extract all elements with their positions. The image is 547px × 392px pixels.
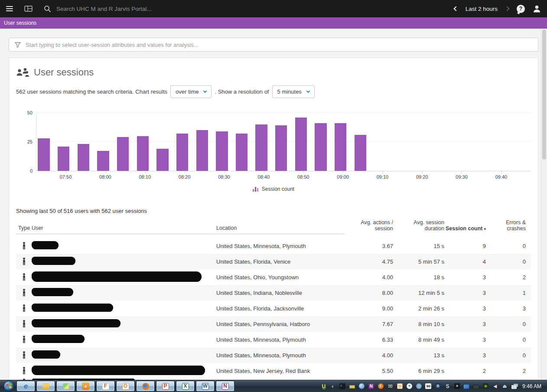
chart-bar[interactable] <box>38 138 49 171</box>
table-row[interactable]: United States, Florida, Venice 4.75 5 mi… <box>16 254 531 269</box>
redacted-user-name[interactable] <box>32 288 73 296</box>
redacted-user-name[interactable] <box>32 257 75 265</box>
internet-explorer-icon[interactable]: e <box>16 381 35 392</box>
global-search-input[interactable]: Search UHC M and R Jarvis Portal... <box>44 5 152 13</box>
table-row[interactable]: United States, Ohio, Youngstown 4.00 18 … <box>16 269 531 285</box>
start-button[interactable] <box>3 381 14 392</box>
redacted-user-name[interactable] <box>32 272 202 281</box>
menu-icon[interactable] <box>6 6 13 11</box>
user-cell <box>32 288 216 297</box>
word-icon[interactable]: W <box>196 381 215 392</box>
x-axis-label: 07:50 <box>60 174 72 180</box>
dashboard-icon[interactable] <box>24 6 33 12</box>
session-count-cell: 3 <box>444 305 486 312</box>
resolution-select[interactable]: 5 minutes <box>272 85 315 98</box>
table-row[interactable]: United States, New Jersey, Red Bank 5.50… <box>16 363 531 379</box>
table-row[interactable]: United States, Minnesota, Plymouth 4.00 … <box>16 347 531 363</box>
taskbar-clock[interactable]: 9:46 AM <box>522 383 541 389</box>
column-header-session-count[interactable]: Session count▾ <box>444 225 486 234</box>
table-row[interactable]: United States, Minnesota, Plymouth 3.67 … <box>16 238 531 254</box>
table-row[interactable]: United States, Pennsylvania, Hatboro 7.6… <box>16 316 531 332</box>
chart-bar[interactable] <box>216 131 228 171</box>
user-type-cell <box>16 289 32 297</box>
column-header-avg-actions[interactable]: Avg. actions / session <box>345 219 393 234</box>
page-scrollbar[interactable] <box>541 29 547 380</box>
orange-app-icon[interactable]: ◕ <box>76 381 95 392</box>
scrollbar-thumb[interactable] <box>542 29 546 160</box>
column-header-user[interactable]: User <box>32 225 216 234</box>
stream-icon[interactable]: » <box>454 382 460 390</box>
redacted-user-name[interactable] <box>32 335 85 343</box>
help-icon[interactable]: ? <box>517 5 525 13</box>
chart-bar[interactable] <box>355 135 366 171</box>
remote-pc-icon[interactable] <box>463 382 470 390</box>
column-header-location[interactable]: Location <box>216 225 345 234</box>
sticky-notes-icon[interactable] <box>56 381 75 392</box>
column-header-type[interactable]: Type <box>16 225 32 234</box>
chart-bar[interactable] <box>97 151 109 171</box>
column-header-avg-duration[interactable]: Avg. session duration <box>393 219 444 234</box>
chart-bar[interactable] <box>196 130 208 171</box>
x-axis-label: 09:30 <box>456 174 468 180</box>
monitor-icon[interactable] <box>473 382 479 390</box>
s-tray-icon[interactable]: S <box>444 382 451 390</box>
redacted-user-name[interactable] <box>32 351 60 358</box>
chart-bar[interactable] <box>275 125 287 171</box>
timeframe-back-icon[interactable] <box>453 6 458 11</box>
f-orange-tray-icon[interactable]: F <box>378 382 384 390</box>
chart-bar[interactable] <box>78 144 89 171</box>
safely-remove-icon[interactable]: ⏏ <box>501 382 508 390</box>
onenote-tray-icon[interactable]: N <box>368 382 374 390</box>
outlook-icon[interactable]: O <box>116 381 135 392</box>
chart-bar[interactable] <box>137 136 149 171</box>
table-row[interactable]: United States, Florida, Jacksonville 9.0… <box>16 301 531 316</box>
flash-icon[interactable]: ⚡ <box>339 382 346 390</box>
bluetooth-icon[interactable]: B <box>435 382 441 390</box>
volume-icon[interactable]: ◀ <box>492 382 498 390</box>
chart-legend[interactable]: Session count <box>16 186 531 192</box>
table-row[interactable]: United States, Minnesota, Plymouth 6.33 … <box>16 332 531 347</box>
x-axis-label: 09:40 <box>495 174 508 180</box>
chart-results-select[interactable]: over time <box>170 85 212 98</box>
windows-explorer-icon[interactable] <box>36 381 55 392</box>
agent-shield-icon[interactable]: U <box>320 382 327 390</box>
chart-bar[interactable] <box>176 134 188 171</box>
user-type-cell <box>16 304 32 312</box>
timeframe-forward-icon[interactable] <box>505 6 509 11</box>
errors-cell: 0 <box>486 258 526 265</box>
network-icon[interactable] <box>511 382 518 390</box>
f-app-icon[interactable]: F <box>96 381 115 392</box>
powerpoint-icon[interactable]: P <box>156 381 175 392</box>
swirl-icon[interactable]: ◐ <box>330 382 336 390</box>
table-row[interactable]: United States, Indiana, Noblesville 8.00… <box>16 285 531 301</box>
avg-actions-cell: 6.33 <box>345 336 393 343</box>
excel-icon[interactable]: X <box>176 381 195 392</box>
firefox-icon[interactable] <box>136 381 155 392</box>
key-clock-icon[interactable]: ✦ <box>406 382 413 390</box>
chart-bar[interactable] <box>295 118 307 171</box>
redacted-user-name[interactable] <box>32 320 120 327</box>
mail-icon[interactable]: ✉ <box>387 382 394 390</box>
battery-icon[interactable] <box>349 382 355 390</box>
filter-input[interactable]: Start typing to select user-session attr… <box>9 38 538 52</box>
redacted-user-name[interactable] <box>32 366 205 375</box>
redacted-user-name[interactable] <box>32 304 113 311</box>
redacted-user-name[interactable] <box>32 242 59 249</box>
chart-bar[interactable] <box>58 147 69 171</box>
avg-duration-cell: 5 min 57 s <box>393 258 444 265</box>
chart-bar[interactable] <box>156 149 168 171</box>
b6-badge-icon[interactable]: B6 <box>425 382 432 390</box>
outlook-tray-icon[interactable]: O <box>397 382 403 390</box>
chart-bar[interactable] <box>236 134 247 171</box>
chart-bar[interactable] <box>117 137 129 171</box>
column-header-errors[interactable]: Errors & crashes <box>486 219 526 234</box>
onenote-icon[interactable]: N <box>216 381 234 392</box>
chart-bar[interactable] <box>255 124 267 171</box>
timeframe-label[interactable]: Last 2 hours <box>466 6 498 12</box>
secure-globe-icon[interactable]: • <box>416 382 422 390</box>
user-menu-icon[interactable] <box>533 5 541 13</box>
nvidia-icon[interactable]: ◉ <box>482 382 489 390</box>
blue-orb-icon[interactable] <box>358 382 365 390</box>
chart-bar[interactable] <box>315 123 326 171</box>
chart-bar[interactable] <box>335 123 346 171</box>
